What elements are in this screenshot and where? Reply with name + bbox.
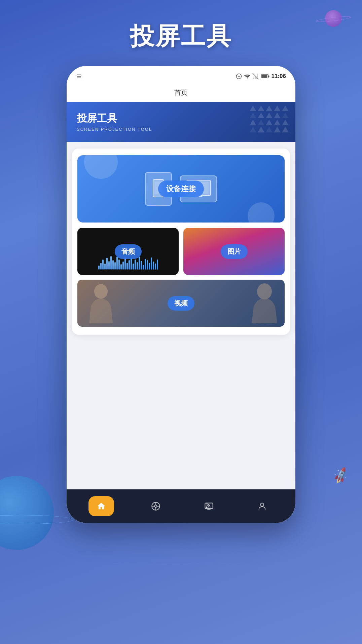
- dnd-icon: [236, 73, 242, 79]
- nav-bar: 首页: [67, 83, 295, 102]
- status-bar: 11:06: [67, 66, 295, 83]
- wave-bar: [116, 257, 118, 270]
- deco2: [248, 202, 275, 223]
- tab-user[interactable]: [251, 499, 274, 514]
- home-icon: [97, 501, 106, 511]
- wave-bar: [102, 259, 104, 270]
- wave-bar: [137, 262, 138, 270]
- banner-triangles: [250, 106, 289, 132]
- wave-bar: [120, 264, 122, 270]
- status-left: [76, 73, 82, 79]
- photo-label: 图片: [221, 244, 248, 259]
- content-area: 投屏工具 SCREEN PROJECTION TOOL: [67, 102, 295, 489]
- wave-bar: [122, 261, 124, 270]
- wave-bar: [112, 260, 114, 270]
- svg-point-38: [206, 507, 207, 508]
- battery-icon: [261, 74, 269, 79]
- user-icon: [257, 501, 267, 511]
- stars-decoration: [0, 0, 101, 50]
- tab-bar: [67, 489, 295, 523]
- tab-media[interactable]: [144, 499, 167, 514]
- tab-cast[interactable]: [197, 499, 220, 514]
- wave-bar: [104, 264, 106, 270]
- svg-point-29: [94, 284, 108, 299]
- status-time: 11:06: [272, 73, 286, 80]
- wave-bar: [129, 260, 130, 270]
- wave-bar: [124, 257, 126, 270]
- svg-rect-22: [261, 75, 267, 78]
- device-connect-label: 设备连接: [158, 180, 204, 197]
- wave-bar: [118, 259, 120, 270]
- video-button[interactable]: 视频: [77, 280, 285, 327]
- phone-frame: 11:06 首页 投屏工具 SCREEN PROJECTION TOOL: [67, 66, 295, 523]
- wave-bar: [100, 263, 102, 270]
- wave-bar: [149, 263, 150, 270]
- nav-title: 首页: [174, 88, 188, 97]
- wave-bar: [133, 264, 134, 270]
- media-icon: [151, 501, 160, 511]
- media-grid: 音频 图片: [77, 228, 285, 275]
- wave-bar: [110, 256, 112, 270]
- deco1: [84, 155, 118, 179]
- audio-label: 音频: [115, 244, 142, 259]
- video-person-left: [87, 280, 114, 327]
- svg-point-39: [260, 503, 263, 506]
- status-right: 11:06: [236, 73, 286, 80]
- wave-bar: [145, 259, 146, 270]
- header-banner: 投屏工具 SCREEN PROJECTION TOOL: [67, 102, 295, 142]
- rocket-decoration: 🚀: [331, 467, 351, 485]
- wave-bar: [126, 263, 128, 270]
- wave-bar: [114, 262, 116, 270]
- wave-bar: [135, 259, 136, 270]
- wave-bar: [153, 261, 154, 270]
- notification-icon: [76, 73, 82, 79]
- wave-bar: [155, 264, 156, 270]
- cast-icon: [204, 501, 214, 511]
- tab-home[interactable]: [88, 496, 114, 516]
- svg-point-30: [257, 283, 272, 299]
- planet-decoration: [0, 476, 54, 550]
- planet-ring-decoration: [0, 515, 74, 524]
- app-title: 投屏工具: [130, 20, 232, 52]
- main-card: 设备连接 音频 图片: [72, 149, 290, 335]
- wave-bar: [143, 265, 144, 270]
- wifi-icon: [244, 73, 251, 79]
- svg-rect-23: [268, 76, 269, 77]
- svg-marker-16: [253, 76, 254, 79]
- wave-bar: [98, 266, 100, 270]
- photo-button[interactable]: 图片: [183, 228, 285, 275]
- wave-bar: [106, 258, 108, 270]
- wave-bar: [147, 260, 148, 270]
- wave-bar: [131, 258, 132, 270]
- audio-button[interactable]: 音频: [77, 228, 179, 275]
- wave-bar: [139, 257, 140, 270]
- wave-bar: [157, 259, 158, 270]
- device-connect-button[interactable]: 设备连接: [77, 155, 285, 223]
- wave-bar: [141, 261, 142, 270]
- video-person-right: [251, 280, 278, 327]
- signal-icon: [253, 73, 259, 79]
- svg-point-32: [155, 505, 157, 508]
- wave-bar: [151, 257, 152, 270]
- video-label: 视频: [168, 296, 194, 311]
- wave-bar: [108, 261, 110, 270]
